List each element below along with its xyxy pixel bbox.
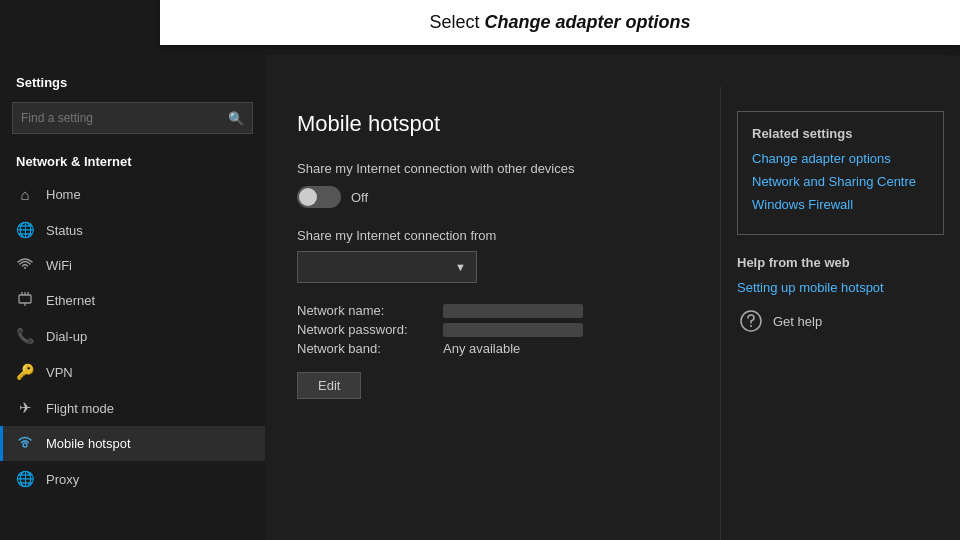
dialup-icon: 📞	[16, 327, 34, 345]
toggle-switch[interactable]	[297, 186, 341, 208]
wifi-icon	[16, 257, 34, 274]
sidebar-item-label: WiFi	[46, 258, 72, 273]
sidebar-item-label: Home	[46, 187, 81, 202]
related-settings-box: Related settings Change adapter options …	[737, 111, 944, 235]
status-icon: 🌐	[16, 221, 34, 239]
tooltip-text-start: Select	[429, 12, 484, 32]
share-section: Share my Internet connection with other …	[297, 161, 688, 208]
sidebar-title: Settings	[0, 67, 265, 102]
from-section: Share my Internet connection from ▼	[297, 228, 688, 283]
sidebar-item-label: Ethernet	[46, 293, 95, 308]
edit-button[interactable]: Edit	[297, 372, 361, 399]
sidebar-item-label: Dial-up	[46, 329, 87, 344]
page-title: Mobile hotspot	[297, 111, 688, 137]
sidebar-item-wifi[interactable]: WiFi	[0, 248, 265, 283]
svg-point-5	[23, 443, 27, 447]
toggle-row: Off	[297, 186, 688, 208]
sidebar-item-label: Proxy	[46, 472, 79, 487]
tooltip-text-italic: Change adapter options	[485, 12, 691, 32]
home-icon: ⌂	[16, 186, 34, 203]
toggle-knob	[299, 188, 317, 206]
sidebar-section-label: Network & Internet	[0, 146, 265, 177]
network-name-label: Network name:	[297, 303, 437, 318]
sidebar-item-label: VPN	[46, 365, 73, 380]
network-password-row: Network password:	[297, 322, 688, 337]
get-help-row: Get help	[737, 307, 944, 335]
network-info: Network name: Network password: Network …	[297, 303, 688, 356]
sidebar-item-label: Mobile hotspot	[46, 436, 131, 451]
network-band-label: Network band:	[297, 341, 437, 356]
sidebar-item-flightmode[interactable]: ✈ Flight mode	[0, 390, 265, 426]
settings-window: Settings 🔍 Network & Internet ⌂ Home 🌐 S…	[0, 55, 960, 540]
vpn-icon: 🔑	[16, 363, 34, 381]
share-label: Share my Internet connection with other …	[297, 161, 688, 176]
chevron-down-icon: ▼	[455, 261, 466, 273]
search-input[interactable]	[21, 111, 228, 125]
main-content: Mobile hotspot Share my Internet connect…	[265, 87, 720, 540]
windows-firewall-link[interactable]: Windows Firewall	[752, 197, 929, 212]
sidebar-item-label: Status	[46, 223, 83, 238]
toggle-label: Off	[351, 190, 368, 205]
sidebar-item-dialup[interactable]: 📞 Dial-up	[0, 318, 265, 354]
related-settings-title: Related settings	[752, 126, 929, 141]
search-box[interactable]: 🔍	[12, 102, 253, 134]
svg-rect-0	[19, 295, 31, 303]
tooltip-banner: Select Change adapter options	[160, 0, 960, 45]
mobilehotspot-icon	[16, 435, 34, 452]
help-icon	[737, 307, 765, 335]
change-adapter-options-link[interactable]: Change adapter options	[752, 151, 929, 166]
from-label: Share my Internet connection from	[297, 228, 688, 243]
network-band-row: Network band: Any available	[297, 341, 688, 356]
search-icon: 🔍	[228, 111, 244, 126]
sidebar-item-mobilehotspot[interactable]: Mobile hotspot	[0, 426, 265, 461]
ethernet-icon	[16, 292, 34, 309]
sidebar: Settings 🔍 Network & Internet ⌂ Home 🌐 S…	[0, 55, 265, 540]
get-help-link[interactable]: Get help	[773, 314, 822, 329]
network-name-row: Network name:	[297, 303, 688, 318]
sidebar-item-proxy[interactable]: 🌐 Proxy	[0, 461, 265, 497]
connection-dropdown[interactable]: ▼	[297, 251, 477, 283]
help-title: Help from the web	[737, 255, 944, 270]
sidebar-item-vpn[interactable]: 🔑 VPN	[0, 354, 265, 390]
flightmode-icon: ✈	[16, 399, 34, 417]
sidebar-item-label: Flight mode	[46, 401, 114, 416]
sidebar-item-ethernet[interactable]: Ethernet	[0, 283, 265, 318]
network-password-label: Network password:	[297, 322, 437, 337]
setting-up-hotspot-link[interactable]: Setting up mobile hotspot	[737, 280, 944, 295]
network-password-value	[443, 323, 583, 337]
network-name-value	[443, 304, 583, 318]
proxy-icon: 🌐	[16, 470, 34, 488]
svg-point-7	[750, 325, 752, 327]
sidebar-item-home[interactable]: ⌂ Home	[0, 177, 265, 212]
sidebar-item-status[interactable]: 🌐 Status	[0, 212, 265, 248]
right-panel: Related settings Change adapter options …	[720, 87, 960, 540]
network-band-value: Any available	[443, 341, 520, 356]
network-sharing-centre-link[interactable]: Network and Sharing Centre	[752, 174, 929, 189]
